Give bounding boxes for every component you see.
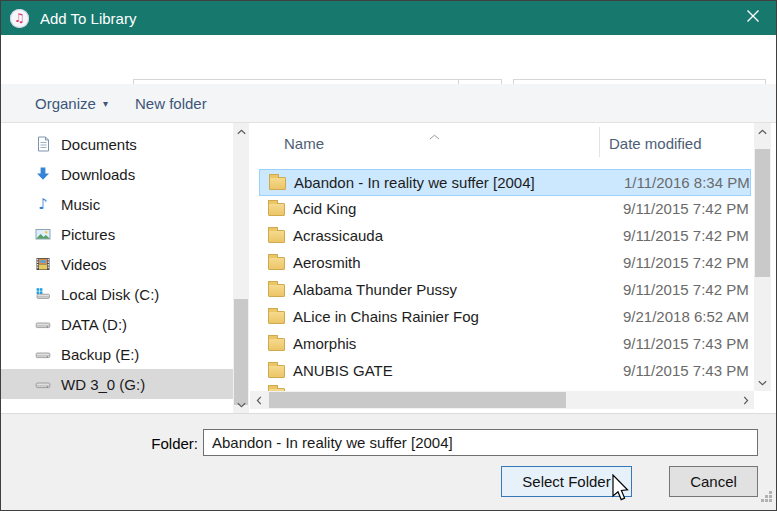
- navigation-bar: ← → ↑ « Music › MP3 › ↻: [1, 35, 776, 84]
- add-to-library-dialog: ♫ Add To Library ← → ↑ « Music › MP3 ›: [0, 0, 777, 511]
- drive-icon: [35, 316, 51, 332]
- title-bar: ♫ Add To Library: [1, 1, 776, 35]
- file-row[interactable]: Aerosmith 9/11/2015 7:42 PM: [259, 250, 751, 277]
- file-row[interactable]: Amorphis 9/11/2015 7:43 PM: [259, 331, 751, 358]
- resize-grip[interactable]: [760, 489, 773, 507]
- select-folder-label: Select Folder: [522, 473, 610, 490]
- file-row[interactable]: ANUBIS GATE 9/11/2015 7:43 PM: [259, 358, 751, 385]
- scroll-down-icon[interactable]: [754, 374, 771, 391]
- file-row[interactable]: Alabama Thunder Pussy 9/11/2015 7:42 PM: [259, 277, 751, 304]
- window-title: Add To Library: [40, 10, 136, 27]
- column-header-name[interactable]: Name: [284, 135, 324, 152]
- folder-icon: [269, 177, 286, 190]
- sidebar-item-downloads[interactable]: Downloads: [1, 159, 233, 189]
- folder-icon: [268, 311, 285, 324]
- scrollbar-thumb[interactable]: [269, 392, 566, 408]
- download-arrow-icon: [35, 166, 51, 182]
- organize-button[interactable]: Organize ▾: [35, 84, 108, 122]
- music-note-icon: ♪: [35, 196, 51, 212]
- dialog-footer: Folder: Select Folder Cancel: [1, 413, 776, 510]
- sort-ascending-icon: [429, 126, 440, 144]
- document-icon: [35, 136, 51, 152]
- file-row[interactable]: Acrassicauda 9/11/2015 7:42 PM: [259, 223, 751, 250]
- film-icon: [35, 256, 51, 272]
- chevron-down-icon: ▾: [103, 98, 108, 109]
- drive-icon: [35, 346, 51, 362]
- content-area: Documents Downloads ♪ Music Pictures: [1, 123, 776, 413]
- drive-icon: [35, 376, 51, 392]
- file-row[interactable]: Abandon - In reality we suffer [2004] 1/…: [259, 169, 751, 196]
- folder-icon: [268, 257, 285, 270]
- select-folder-button[interactable]: Select Folder: [501, 466, 632, 497]
- scroll-right-icon[interactable]: [737, 391, 754, 409]
- folder-name-input[interactable]: [203, 429, 758, 456]
- sidebar-item-wd-3-0-g[interactable]: WD 3_0 (G:): [1, 369, 233, 399]
- folder-icon: [268, 203, 285, 216]
- sidebar-item-pictures[interactable]: Pictures: [1, 219, 233, 249]
- scroll-up-icon[interactable]: [754, 123, 771, 140]
- scroll-up-icon[interactable]: [233, 123, 249, 140]
- command-toolbar: Organize ▾ New folder ▾ ?: [1, 84, 776, 123]
- itunes-app-icon: ♫: [10, 9, 29, 28]
- new-folder-label: New folder: [135, 95, 207, 112]
- folder-icon: [268, 284, 285, 297]
- picture-icon: [35, 226, 51, 242]
- folder-label: Folder:: [111, 435, 198, 452]
- cancel-button[interactable]: Cancel: [669, 466, 758, 497]
- file-list-scrollbar[interactable]: [754, 123, 771, 391]
- organize-label: Organize: [35, 95, 96, 112]
- close-button[interactable]: [729, 1, 776, 35]
- folder-icon: [268, 338, 285, 351]
- folder-icon: [268, 365, 285, 378]
- sidebar-item-music[interactable]: ♪ Music: [1, 189, 233, 219]
- horizontal-scrollbar[interactable]: [250, 391, 754, 409]
- file-row[interactable]: ALice in Chains Rainier Fog 9/21/2018 6:…: [259, 304, 751, 331]
- sidebar-item-local-disk-c[interactable]: Local Disk (C:): [1, 279, 233, 309]
- cancel-label: Cancel: [690, 473, 737, 490]
- file-row[interactable]: Acid King 9/11/2015 7:42 PM: [259, 196, 751, 223]
- sidebar-item-backup-e[interactable]: Backup (E:): [1, 339, 233, 369]
- scrollbar-thumb[interactable]: [234, 299, 248, 405]
- sidebar-item-videos[interactable]: Videos: [1, 249, 233, 279]
- scroll-left-icon[interactable]: [250, 391, 267, 409]
- folder-icon: [268, 230, 285, 243]
- close-icon: [746, 9, 760, 27]
- system-drive-icon: [35, 286, 51, 302]
- sidebar-scrollbar[interactable]: [233, 123, 249, 413]
- sidebar-item-data-d[interactable]: DATA (D:): [1, 309, 233, 339]
- new-folder-button[interactable]: New folder: [135, 84, 207, 122]
- sidebar-item-documents[interactable]: Documents: [1, 129, 233, 159]
- scroll-down-icon[interactable]: [233, 396, 249, 413]
- column-divider[interactable]: [599, 127, 600, 157]
- column-header-date-modified[interactable]: Date modified: [609, 135, 702, 152]
- scrollbar-thumb[interactable]: [755, 149, 770, 277]
